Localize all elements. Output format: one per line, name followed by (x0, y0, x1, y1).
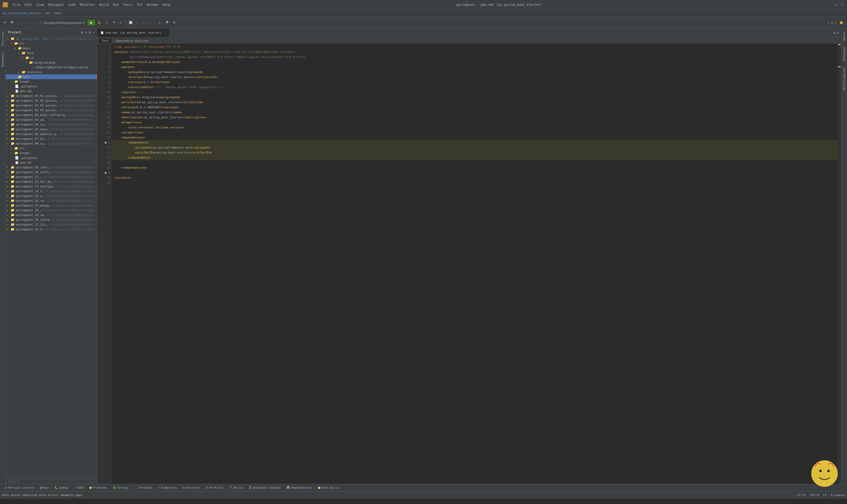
close-button[interactable]: ✕ (840, 3, 844, 7)
tree-item-target[interactable]: ▸ 📁 target (6, 79, 97, 84)
settings-button[interactable]: ⚙ (171, 20, 177, 25)
tree-item-08-src[interactable]: ▸ 📁 src (6, 146, 97, 150)
tree-item-test[interactable]: ▸ 📂 test (6, 74, 97, 79)
pom-tab[interactable]: 📋 pom.xml (ip_spring_boot_starter) ✕ (97, 29, 169, 37)
tree-item-gitignore[interactable]: 📄 .gitignore (6, 84, 97, 89)
tree-item-20[interactable]: ▸ 📁 springboot_20_jetcache D:\DingJiaxio… (6, 217, 97, 222)
database-panel-tab[interactable]: Database (842, 44, 847, 64)
tree-item-main[interactable]: ▾ 📂 main (6, 46, 97, 51)
tree-item-22[interactable]: ▸ 📁 springboot_22_task D:\DingJiaxiong\I… (6, 227, 97, 232)
tree-item-18[interactable]: ▸ 📁 springboot_18_es D:\DingJiaxiong\Ide… (6, 208, 97, 213)
menu-refactor[interactable]: Refactor (80, 3, 95, 6)
coverage-button[interactable]: ☂ (111, 20, 117, 25)
menu-file[interactable]: File (13, 3, 20, 6)
dep-analyzer-subtab[interactable]: Dependency Analyzer (113, 39, 152, 43)
tree-item-16[interactable]: ▸ 📁 springboot_16_redis D:\DingJiaxiong\… (6, 198, 97, 203)
debug-button[interactable]: 🐛 (96, 20, 103, 25)
menu-code[interactable]: Code (68, 3, 76, 6)
bookmarks-tab[interactable]: Bookmarks (1, 49, 5, 70)
tree-item-08-gitignore[interactable]: 📄 .gitignore (6, 156, 97, 160)
bottom-tab-dependencies[interactable]: 📦 Dependencies (284, 485, 315, 491)
menu-view[interactable]: View (37, 3, 44, 6)
tree-item-01-04[interactable]: ▸ 📁 springboot_01_04_quickstart D:\DingJ… (6, 108, 97, 112)
tab-close-icon[interactable]: ✕ (164, 31, 166, 34)
tree-item-02[interactable]: ▸ 📁 springboot_02_base_configuration D:\… (6, 112, 97, 117)
tree-item-01-02[interactable]: ▸ 📁 springboot_01_02_quickstart D:\DingJ… (6, 98, 97, 103)
notifications-panel-tab[interactable]: Notifications (842, 64, 847, 93)
bottom-tab-debug[interactable]: 🐛 Debug (52, 485, 71, 491)
menu-help[interactable]: Help (163, 3, 170, 6)
tree-item-01-01[interactable]: ▸ 📁 springboot_01_01_quickstart D:\DingJ… (6, 93, 97, 98)
notifications-button[interactable]: 🔔 (838, 20, 845, 25)
tree-item-09[interactable]: ▸ 📁 springboot_09_config D:\DingJiaxiong… (6, 165, 97, 170)
bottom-tab-version-control[interactable]: ⎇ Version Control (1, 485, 37, 491)
text-subtab[interactable]: Text (98, 38, 112, 43)
tree-item-08-pom[interactable]: 📋 pom.xml (6, 160, 97, 165)
bottom-tab-todo[interactable]: ✓ TODO (71, 485, 86, 491)
tree-item-03[interactable]: ▸ 📁 springboot_03_yaml D:\DingJiaxiong\I… (6, 117, 97, 122)
tree-item-resources[interactable]: ▸ 📂 resources (6, 70, 97, 74)
maven-panel-tab[interactable]: Maven (842, 29, 847, 44)
structure-tab[interactable]: Structure (1, 29, 5, 49)
project-settings-button[interactable]: ⚙ (2, 20, 8, 25)
maximize-button[interactable]: □ (834, 3, 838, 7)
breadcrumb-src[interactable]: src (45, 12, 50, 15)
status-encoding[interactable]: UTF-8 (810, 493, 819, 497)
git-pull-button[interactable]: ↓ (141, 20, 146, 25)
forward-button[interactable]: → (28, 20, 34, 25)
bottom-tab-build[interactable]: 🔨 Build (227, 485, 245, 491)
sidebar-header-buttons[interactable]: ⚙ ↕ ⊟ − (81, 30, 95, 34)
tree-item-application[interactable]: ☕ IpSpringBootStarterApplication (6, 65, 97, 70)
search-everywhere-button[interactable]: 🔍 (9, 20, 16, 25)
split-editor-icon[interactable]: ⊟ (834, 31, 835, 35)
bottom-tab-terminal[interactable]: ⬛ Terminal (131, 485, 155, 491)
search-button[interactable]: 🔎 (163, 20, 170, 25)
sidebar-collapse-icon[interactable]: ⊟ (89, 30, 91, 34)
bottom-tab-auto-build[interactable]: Auto-build (316, 485, 341, 491)
status-line-col[interactable]: 27:11 (797, 493, 806, 497)
tree-item-08-target[interactable]: ▸ 📁 target (6, 150, 97, 156)
more-run-button[interactable]: ▾ (118, 20, 123, 25)
bottom-tab-services[interactable]: ⚙ Services (180, 485, 202, 491)
bottom-tab-run[interactable]: Run (38, 485, 51, 491)
tree-item-14[interactable]: ▸ 📁 springboot_14_test D:\DingJiaxiong\I… (6, 189, 97, 194)
status-line-ending[interactable]: LF (823, 493, 827, 497)
bottom-tab-db-changes[interactable]: 🗄 Database Changes (246, 485, 283, 491)
bottom-tab-endpoints[interactable]: ⚡ Endpoints (156, 485, 179, 491)
tree-item-java[interactable]: ▾ 📂 java (6, 51, 97, 55)
menu-tools[interactable]: Tools (123, 3, 132, 6)
tree-item-21[interactable]: ▸ 📁 springboot_21_j2cache D:\DingJiaxion… (6, 222, 97, 227)
sidebar-sort-icon[interactable]: ↕ (85, 30, 87, 34)
tree-item-04[interactable]: ▸ 📁 springboot_04_junit D:\DingJiaxiong\… (6, 122, 97, 127)
tree-item-dingjiaxiong[interactable]: ▾ 📂 dingjiaxiong (6, 60, 97, 65)
run-button[interactable]: ▶ (88, 20, 95, 25)
tree-item-01-03[interactable]: ▸ 📁 springboot_01_03_quickstart D:\DingJ… (6, 103, 97, 108)
code-editor[interactable]: <?xml version="1.0" encoding="UTF-8"?> <… (112, 43, 837, 484)
tree-item-19[interactable]: ▸ 📁 springboot_19_cache D:\DingJiaxiong\… (6, 213, 97, 217)
status-indent[interactable]: 4 spaces (831, 493, 845, 497)
git-button[interactable]: ↑ (135, 20, 140, 25)
tree-item-pom-root[interactable]: 📋 pom.xml (6, 89, 97, 93)
menu-navigate[interactable]: Navigate (49, 3, 64, 6)
tree-item-17[interactable]: ▸ 📁 springboot_17_mongodb D:\DingJiaxion… (6, 203, 97, 208)
profile-button[interactable]: ⏱ (104, 20, 110, 25)
breadcrumb-folder[interactable]: test (54, 12, 61, 15)
tree-item-10[interactable]: ▸ 📁 springboot_10_profiles D:\DingJiaxio… (6, 170, 97, 175)
update-button[interactable]: 🔄 (127, 20, 134, 25)
tree-item-07[interactable]: ▸ 📁 springboot_07_druid D:\DingJiaxiong\… (6, 136, 97, 141)
tree-item-cn[interactable]: ▾ 📂 cn (6, 55, 97, 60)
menu-window[interactable]: Window (147, 3, 158, 6)
tree-item-08[interactable]: ▾ 📁 springboot_08_ssmp D:\DingJiaxiong\I… (6, 141, 97, 146)
tree-item-06[interactable]: ▸ 📁 springboot_06_mybatis_plus D:\DingJi… (6, 131, 97, 136)
tree-item-11[interactable]: ▸ 📁 springboot_11_log D:\DingJiaxiong\Id… (6, 175, 97, 179)
menu-vcs[interactable]: VCS (137, 3, 143, 6)
sidebar-close-icon[interactable]: − (93, 30, 95, 34)
tree-item-12[interactable]: ▸ 📁 springboot_12_hot_deploy D:\DingJiax… (6, 179, 97, 184)
back-button[interactable]: ← (20, 20, 26, 25)
tree-item-13[interactable]: ▸ 📁 springboot_13_configuration D:\DingJ… (6, 184, 97, 189)
tree-item-src[interactable]: ▾ 📂 src (6, 41, 97, 46)
menu-build[interactable]: Build (99, 3, 109, 6)
bottom-tab-profiler[interactable]: ⏱ Profiler (203, 485, 226, 491)
menu-run[interactable]: Run (113, 3, 119, 6)
menu-bar[interactable]: File Edit View Navigate Code Refactor Bu… (13, 3, 170, 6)
